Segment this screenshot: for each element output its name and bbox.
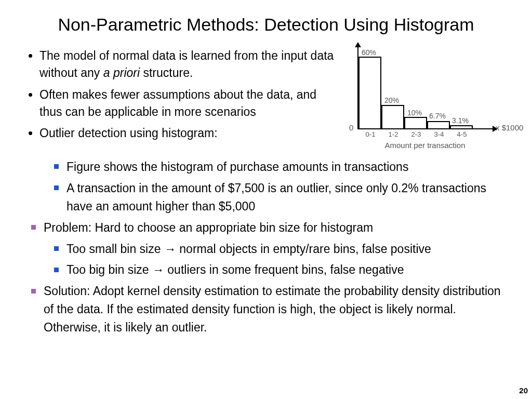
bullet-model: The model of normal data is learned from… xyxy=(39,47,339,82)
slide: Non-Parametric Methods: Detection Using … xyxy=(0,0,532,399)
cat-4-5: 4-5 xyxy=(453,130,471,138)
bullet-outlier-hist: Outlier detection using histogram: xyxy=(39,125,339,142)
sub-figure-shows: Figure shows the histogram of purchase a… xyxy=(53,158,507,176)
problem-bin-size: Problem: Hard to choose an appropriate b… xyxy=(30,219,507,237)
cat-1-2: 1-2 xyxy=(384,130,402,138)
sub-outlier-example: A transaction in the amount of $7,500 is… xyxy=(53,179,507,216)
slide-title: Non-Parametric Methods: Detection Using … xyxy=(25,15,507,35)
bar-label-4-5: 3.1% xyxy=(452,116,469,125)
cat-2-3: 2-3 xyxy=(407,130,425,138)
bar-label-2-3: 10% xyxy=(407,109,422,117)
bar-label-0-1: 60% xyxy=(362,48,376,57)
bullet-assumptions: Often makes fewer assumptions about the … xyxy=(39,86,339,121)
bar-label-3-4: 6.7% xyxy=(429,112,446,120)
bar-2-3 xyxy=(404,117,427,129)
problem-too-small: Too small bin size → normal objects in e… xyxy=(53,240,507,258)
bullet-model-b: structure. xyxy=(140,66,193,79)
histogram-chart: 0 x $1000 60% 0-1 20% 1-2 10% 2-3 6.7% 3… xyxy=(342,42,507,146)
y-axis-arrow-icon xyxy=(355,42,361,47)
top-bullets: The model of normal data is learned from… xyxy=(25,47,342,147)
x-unit-label: x $1000 xyxy=(496,123,523,132)
cat-3-4: 3-4 xyxy=(430,130,448,138)
bar-label-1-2: 20% xyxy=(384,96,399,104)
bar-0-1 xyxy=(358,57,381,129)
top-row: The model of normal data is learned from… xyxy=(25,47,507,147)
page-number: 20 xyxy=(519,386,528,395)
bar-1-2 xyxy=(381,105,404,129)
y-zero-label: 0 xyxy=(349,123,353,132)
body-bullets: Figure shows the histogram of purchase a… xyxy=(25,158,507,337)
bar-4-5 xyxy=(450,125,473,129)
bullet-model-italic: a priori xyxy=(103,66,140,79)
bar-3-4 xyxy=(427,121,450,129)
solution-kde: Solution: Adopt kernel density estimatio… xyxy=(30,282,507,337)
cat-0-1: 0-1 xyxy=(362,130,379,138)
chart-xlabel: Amount per transaction xyxy=(373,141,477,150)
problem-too-big: Too big bin size → outliers in some freq… xyxy=(53,261,507,279)
